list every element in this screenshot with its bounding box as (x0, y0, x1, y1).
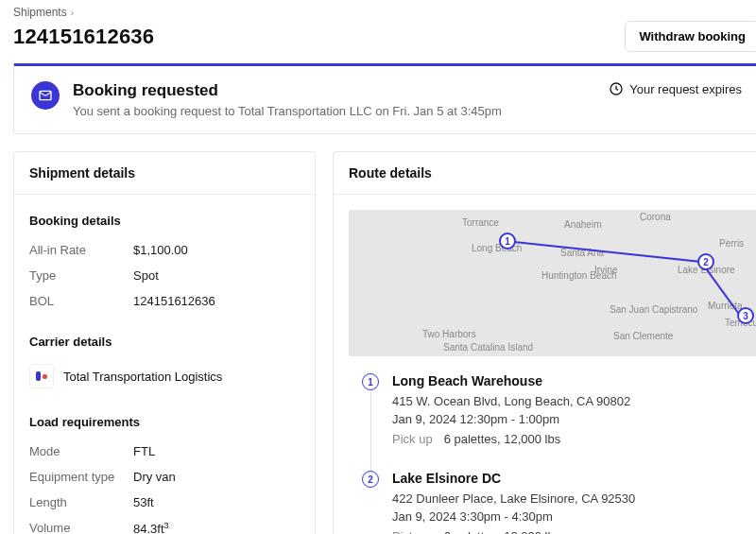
chevron-right-icon: › (71, 7, 75, 18)
stop-tag: Pick up (392, 529, 433, 534)
stop-address: 422 Dunleer Place, Lake Elsinore, CA 925… (392, 491, 635, 506)
route-line (349, 210, 756, 356)
status-banner: Booking requested You sent a booking req… (13, 63, 756, 134)
carrier-details-title: Carrier details (29, 335, 300, 349)
clock-icon (609, 81, 624, 96)
map-pin-2[interactable]: 2 (697, 253, 714, 270)
shipment-details-card: Shipment details Booking details All-in … (13, 151, 316, 534)
carrier-name: Total Transportation Logistics (63, 370, 222, 384)
route-stop: 1 Long Beach Warehouse 415 W. Ocean Blvd… (362, 373, 746, 471)
stop-number-icon: 2 (362, 471, 379, 488)
withdraw-booking-button[interactable]: Withdraw booking (625, 21, 756, 52)
stop-address: 415 W. Ocean Blvd, Long Beach, CA 90802 (392, 394, 630, 408)
banner-subtitle: You sent a booking request to Total Tran… (73, 104, 502, 118)
page-title: 124151612636 (13, 25, 154, 49)
stop-time: Jan 9, 2024 12:30pm - 1:00pm (392, 412, 630, 426)
stop-meta: 6 palettes, 12,000 lbs (444, 432, 561, 446)
stop-tag: Pick up (392, 432, 433, 446)
stop-name: Long Beach Warehouse (392, 373, 630, 388)
breadcrumb[interactable]: Shipments › (13, 0, 756, 19)
stop-number-icon: 1 (362, 373, 379, 390)
map-pin-1[interactable]: 1 (499, 233, 516, 250)
route-stop: 2 Lake Elsinore DC 422 Dunleer Place, La… (362, 471, 746, 534)
envelope-icon (31, 81, 60, 110)
carrier-logo-icon (29, 364, 54, 388)
breadcrumb-parent[interactable]: Shipments (13, 6, 67, 19)
kv-type: TypeSpot (29, 263, 300, 288)
stop-name: Lake Elsinore DC (392, 471, 635, 486)
kv-rate: All-in Rate$1,100.00 (29, 237, 300, 263)
kv-bol: BOL124151612636 (29, 288, 300, 314)
kv-mode: ModeFTL (29, 439, 300, 464)
booking-details-title: Booking details (29, 214, 300, 228)
banner-expiry: Your request expires (629, 82, 742, 96)
route-details-header: Route details (334, 152, 756, 195)
carrier-row: Total Transportation Logistics (29, 358, 300, 394)
banner-title: Booking requested (73, 81, 502, 100)
shipment-details-header: Shipment details (14, 152, 315, 195)
kv-length: Length53ft (29, 490, 300, 515)
kv-volume: Volume84.3ft3 (29, 515, 300, 534)
route-details-card: Route details Torrance Anaheim Corona Lo… (333, 151, 756, 534)
load-req-title: Load requirements (29, 415, 300, 429)
map-pin-3[interactable]: 3 (737, 307, 754, 324)
route-map[interactable]: Torrance Anaheim Corona Long Beach Santa… (349, 210, 756, 356)
stop-time: Jan 9, 2024 3:30pm - 4:30pm (392, 509, 635, 524)
stop-meta: 6 palettes, 12,000 lbs (444, 529, 561, 534)
kv-equip: Equipment typeDry van (29, 464, 300, 490)
stops-list: 1 Long Beach Warehouse 415 W. Ocean Blvd… (349, 356, 756, 534)
